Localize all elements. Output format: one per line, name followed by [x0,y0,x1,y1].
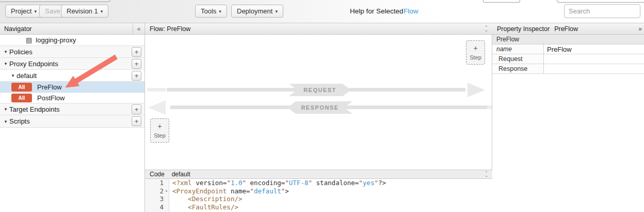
chevron-down-icon: ▾ [219,6,221,18]
sidebar-item-policies[interactable]: ▾ Policies + [0,46,144,58]
fold-marker-empty [164,179,169,187]
add-proxy-endpoint-button[interactable]: + [132,59,141,69]
cutoff-element-edge [0,0,110,2]
all-badge: All [11,83,32,92]
fold-marker-empty [164,203,169,211]
all-badge: All [11,94,32,102]
request-arrowhead-icon [468,83,485,97]
disclosure-triangle-icon[interactable]: ▾ [2,61,9,66]
chevron-down-icon: ▾ [101,6,103,18]
disclosure-triangle-icon[interactable]: ▾ [9,73,17,78]
code-tab-default[interactable]: default [172,171,190,178]
toolbar: Project▾ Save Revision 1▾ Tools▾ Deploym… [0,0,644,23]
chevron-down-icon: ▾ [34,6,37,18]
cutoff-element-edge [557,0,644,3]
add-target-endpoint-button[interactable]: + [132,104,141,114]
proxy-list-icon: ▤ [26,36,32,44]
property-inspector-title: Property Inspector [497,25,550,33]
response-value-field[interactable] [544,64,644,73]
inspector-section-preflow: PreFlow [492,35,644,44]
sidebar-item-default-endpoint[interactable]: ▾ default + [0,70,144,82]
project-menu-button[interactable]: Project▾ [5,5,42,18]
navigator-title: Navigator [4,25,32,33]
code-editor[interactable]: 1<?xml version="1.0" encoding="UTF-8" st… [145,179,492,212]
add-script-button[interactable]: + [132,116,141,126]
property-inspector-header: Property Inspector PreFlow » [492,23,644,35]
cutoff-element-edge [483,0,520,3]
code-line: 2▾<ProxyEndpoint name="default"> [145,187,492,195]
response-banner: RESPONSE [287,101,352,114]
response-line-segment [487,105,492,109]
sidebar-item-proxy-endpoints[interactable]: ▾ Proxy Endpoints + [0,58,144,70]
help-for-selected-label: Help for Selected [350,7,404,15]
code-text[interactable]: <?xml version="1.0" encoding="UTF-8" sta… [169,179,386,187]
apigee-proxy-editor: Project▾ Save Revision 1▾ Tools▾ Deploym… [0,0,644,212]
request-banner: REQUEST [289,84,351,96]
inspector-row-response[interactable]: Response [492,64,644,74]
line-number: 2 [159,187,164,195]
code-text[interactable]: <ProxyEndpoint name="default"> [169,187,289,195]
plus-icon: + [473,44,477,52]
flow-panel-title: Flow: PreFlow [150,25,190,33]
tools-menu-button[interactable]: Tools▾ [195,5,227,18]
flow-panel-header: Flow: PreFlow ⌃⌄ [145,23,492,35]
sidebar-item-postflow[interactable]: All PostFlow [0,93,144,103]
add-flow-button[interactable]: + [132,71,141,81]
proxy-name: logging-proxy [36,36,76,44]
proxy-root-item[interactable]: ▤ logging-proxy [0,35,144,46]
sidebar-item-scripts[interactable]: ▾ Scripts + [0,115,144,128]
collapse-flow-panel-button[interactable]: ⌃⌄ [484,26,488,32]
plus-icon: + [157,123,162,130]
sidebar-item-preflow[interactable]: All PreFlow [0,82,144,93]
name-value-field[interactable]: PreFlow [544,44,644,54]
chevron-down-icon: ▾ [275,6,278,18]
expand-inspector-button[interactable]: » [638,25,642,33]
sidebar-item-target-endpoints[interactable]: ▾ Target Endpoints + [0,103,144,115]
add-step-button-response[interactable]: + Step [150,118,169,143]
disclosure-triangle-icon[interactable]: ▾ [2,107,9,112]
code-line: 1<?xml version="1.0" encoding="UTF-8" st… [145,179,492,187]
inspector-row-request[interactable]: Request [492,54,644,64]
flow-canvas [145,23,492,170]
code-panel-title: Code [150,171,165,178]
navigator-header: Navigator « [0,23,144,35]
disclosure-triangle-icon[interactable]: ▾ [2,49,9,54]
revision-menu-button[interactable]: Revision 1▾ [61,5,108,18]
fold-marker-empty [164,195,169,203]
add-step-button-request[interactable]: + Step [466,40,485,65]
line-number: 1 [159,179,164,187]
navigator-panel: Navigator « ▤ logging-proxy ▾ Policies +… [0,23,145,212]
inspector-row-name: name PreFlow [492,44,644,54]
search-input[interactable] [564,4,640,18]
collapse-sidebar-button[interactable]: « [133,23,144,34]
line-number: 3 [159,195,164,203]
fold-marker-icon[interactable]: ▾ [164,187,169,195]
property-inspector-subtitle: PreFlow [554,25,578,33]
deployment-menu-button[interactable]: Deployment▾ [231,5,283,18]
collapse-code-panel-button[interactable]: ⌃⌄ [485,172,488,177]
request-line-segment [147,88,166,92]
request-value-field[interactable] [544,54,644,64]
code-text[interactable]: <Description/> [169,195,242,203]
code-text[interactable]: <FaultRules/> [169,203,238,211]
help-flow-link[interactable]: Flow [404,7,418,15]
code-line: 3 <Description/> [145,195,492,203]
add-policy-button[interactable]: + [132,47,141,57]
code-panel-header: Code default ⌃⌄ [145,170,492,179]
disclosure-triangle-icon[interactable]: ▾ [2,119,9,124]
line-number: 4 [159,203,164,211]
code-line: 4 <FaultRules/> [145,203,492,211]
response-arrowhead-icon [148,100,166,115]
